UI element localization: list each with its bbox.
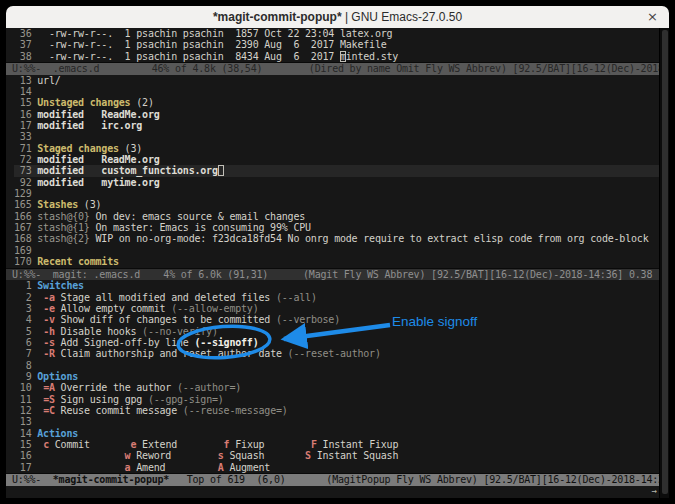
buffer-line[interactable]: 169 xyxy=(14,245,659,256)
buffer-line[interactable]: 17 modified irc.org xyxy=(14,120,659,131)
buffer-line[interactable]: 15 c Commit e Extend f Fixup F Instant F… xyxy=(14,439,659,450)
buffer-line[interactable]: 129 xyxy=(14,188,659,199)
buffer-line[interactable]: 73 modified custom_functions.org xyxy=(14,165,659,176)
truncation-arrow-icon: → xyxy=(652,486,657,497)
line-number: 16 xyxy=(14,450,37,461)
line-number: 169 xyxy=(14,245,37,256)
buffer-line[interactable]: 71 Staged changes (3) xyxy=(14,143,659,154)
line-number: 16 xyxy=(14,109,37,120)
buffer-line[interactable]: 167 stash@{1} On master: Emacs is consum… xyxy=(14,222,659,233)
emacs-frame: 36 -rw-rw-r--. 1 psachin psachin 1857 Oc… xyxy=(6,28,669,498)
buffer-line[interactable]: 33 xyxy=(14,131,659,142)
line-number: 13 xyxy=(14,416,37,427)
buffer-line[interactable]: 16 modified ReadMe.org xyxy=(14,109,659,120)
magit-modeline: U:%%- magit: .emacs.d 4% of 6.0k (91,31)… xyxy=(6,268,659,281)
line-number: 6 xyxy=(14,337,37,348)
buffer-line[interactable]: 17 a Amend A Augment xyxy=(14,462,659,473)
line-number: 3 xyxy=(14,303,37,314)
line-number: 33 xyxy=(14,131,37,142)
line-number: 12 xyxy=(14,405,37,416)
line-number: 129 xyxy=(14,188,37,199)
buffer-line[interactable]: 13 xyxy=(14,416,659,427)
buffer-line[interactable]: 14 Actions xyxy=(14,428,659,439)
buffer-line[interactable]: 3 -e Allow empty commit (--allow-empty) xyxy=(14,303,659,314)
buffer-line[interactable]: 37 -rw-rw-r--. 1 psachin psachin 2390 Au… xyxy=(14,39,659,50)
magit-status-window[interactable]: 13 url/ 14 15 Unstaged changes (2) 16 mo… xyxy=(6,75,659,268)
line-number: 17 xyxy=(14,120,37,131)
line-number: 15 xyxy=(14,97,37,108)
scrollbar[interactable] xyxy=(659,28,669,498)
line-number: 7 xyxy=(14,348,37,359)
line-number: 73 xyxy=(14,165,37,176)
line-number: 36 xyxy=(14,28,37,39)
buffer-line[interactable]: 8 xyxy=(14,360,659,371)
line-number: 5 xyxy=(14,326,37,337)
buffer-line[interactable]: 4 -v Show diff of changes to be committe… xyxy=(14,314,659,325)
line-number: 71 xyxy=(14,143,37,154)
buffer-line[interactable]: 1 Switches xyxy=(14,280,659,291)
line-number: 170 xyxy=(14,256,37,267)
line-number: 166 xyxy=(14,211,37,222)
line-number: 10 xyxy=(14,382,37,393)
buffer-line[interactable]: 16 w Reword s Squash S Instant Squash xyxy=(14,450,659,461)
dired-modeline: U:%%- .emacs.d 46% of 4.8k (38,54) (Dire… xyxy=(6,62,659,75)
scrollbar-thumb[interactable] xyxy=(662,30,668,494)
line-number: 37 xyxy=(14,39,37,50)
buffer-line[interactable]: 9 Options xyxy=(14,371,659,382)
screenshot-root: *magit-commit-popup* | GNU Emacs-27.0.50… xyxy=(0,0,675,504)
buffer-line[interactable]: 92 modified mytime.org xyxy=(14,177,659,188)
buffer-line[interactable]: 36 -rw-rw-r--. 1 psachin psachin 1857 Oc… xyxy=(14,28,659,39)
close-icon[interactable]: × xyxy=(647,9,658,24)
buffer-line[interactable]: 12 =C Reuse commit message (--reuse-mess… xyxy=(14,405,659,416)
buffer-line[interactable]: 5 -h Disable hooks (--no-verify) xyxy=(14,326,659,337)
line-number: 14 xyxy=(14,86,37,97)
buffer-line[interactable]: 7 -R Claim authorship and reset author d… xyxy=(14,348,659,359)
window-title-buffer: *magit-commit-popup* xyxy=(213,10,342,24)
buffer-line[interactable]: 13 url/ xyxy=(14,75,659,86)
line-number: 15 xyxy=(14,439,37,450)
line-number: 92 xyxy=(14,177,37,188)
echo-area: → xyxy=(6,486,659,497)
line-number: 17 xyxy=(14,462,37,473)
magit-commit-popup-window[interactable]: 1 Switches 2 -a Stage all modified and d… xyxy=(6,280,659,473)
windows-column: 36 -rw-rw-r--. 1 psachin psachin 1857 Oc… xyxy=(6,28,659,498)
buffer-line[interactable]: 165 Stashes (3) xyxy=(14,199,659,210)
buffer-line[interactable]: 2 -a Stage all modified and deleted file… xyxy=(14,292,659,303)
buffer-line[interactable]: 170 Recent commits xyxy=(14,256,659,267)
line-number: 4 xyxy=(14,314,37,325)
line-number: 1 xyxy=(14,280,37,291)
window-title-version: | GNU Emacs-27.0.50 xyxy=(342,10,463,24)
line-number: 2 xyxy=(14,292,37,303)
line-number: 11 xyxy=(14,394,37,405)
dired-buffer-window[interactable]: 36 -rw-rw-r--. 1 psachin psachin 1857 Oc… xyxy=(6,28,659,62)
line-number: 72 xyxy=(14,154,37,165)
buffer-line[interactable]: 168 stash@{2} WIP on no-org-mode: f23dca… xyxy=(14,233,659,244)
buffer-line[interactable]: 38 -rw-rw-r--. 1 psachin psachin 8434 Au… xyxy=(14,51,659,62)
line-number: 167 xyxy=(14,222,37,233)
line-number: 38 xyxy=(14,51,37,62)
buffer-line[interactable]: 166 stash@{0} On dev: emacs source & ema… xyxy=(14,211,659,222)
buffer-line[interactable]: 15 Unstaged changes (2) xyxy=(14,97,659,108)
titlebar[interactable]: *magit-commit-popup* | GNU Emacs-27.0.50… xyxy=(6,6,669,28)
line-number: 168 xyxy=(14,233,37,244)
buffer-line[interactable]: 14 xyxy=(14,86,659,97)
buffer-line[interactable]: 11 =S Sign using gpg (--gpg-sign=) xyxy=(14,394,659,405)
window-title: *magit-commit-popup* | GNU Emacs-27.0.50 xyxy=(213,10,462,24)
line-number: 13 xyxy=(14,75,37,86)
line-number: 14 xyxy=(14,428,37,439)
line-number: 8 xyxy=(14,360,37,371)
popup-modeline: U:%%- *magit-commit-popup* Top of 619 (6… xyxy=(6,473,659,486)
line-number: 165 xyxy=(14,199,37,210)
buffer-line[interactable]: 10 =A Override the author (--author=) xyxy=(14,382,659,393)
buffer-line[interactable]: 6 -s Add Signed-off-by line (--signoff) xyxy=(14,337,659,348)
buffer-line[interactable]: 72 modified ReadMe.org xyxy=(14,154,659,165)
line-number: 9 xyxy=(14,371,37,382)
